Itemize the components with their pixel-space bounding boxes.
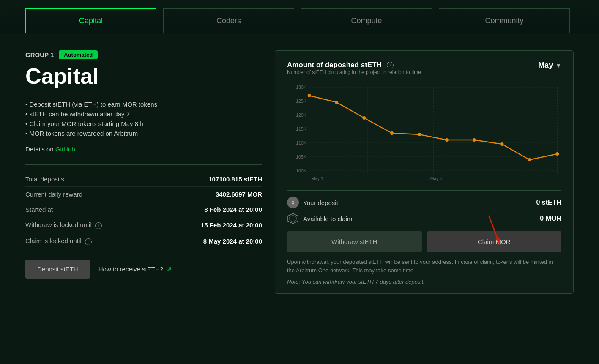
stats-divider — [25, 164, 262, 165]
chart-info-icon[interactable]: i — [387, 62, 394, 68]
bottom-actions: Deposit stETH How to receive stETH? ↗ — [25, 260, 262, 279]
group-badge-row: GROUP 1 Automated — [25, 50, 262, 59]
info-icon-withdraw[interactable]: i — [95, 222, 102, 229]
svg-text:105K: 105K — [296, 154, 306, 159]
svg-marker-34 — [494, 237, 502, 244]
svg-point-28 — [501, 142, 504, 146]
bullet-item-2: stETH can be withdrawn after day 7 — [25, 110, 262, 118]
svg-text:125K: 125K — [296, 99, 306, 104]
stat-value-1: 3402.6697 MOR — [157, 187, 262, 202]
stat-row-1: Current daily reward 3402.6697 MOR — [25, 187, 262, 202]
svg-point-30 — [556, 152, 559, 156]
chart-divider — [287, 190, 561, 191]
svg-text:130K: 130K — [296, 85, 306, 90]
chart-header: Amount of deposited stETH i Number of st… — [287, 61, 561, 81]
svg-marker-32 — [290, 215, 296, 222]
svg-point-25 — [418, 133, 421, 136]
info-icon-claim[interactable]: i — [85, 238, 92, 245]
eth-icon: ⟠ — [287, 197, 299, 208]
svg-text:110K: 110K — [296, 140, 306, 145]
tab-compute[interactable]: Compute — [301, 8, 432, 33]
external-link-icon: ↗ — [166, 265, 172, 274]
bullet-item-3: Claim your MOR tokens starting May 8th — [25, 120, 262, 127]
chart-subtitle: Number of stETH circulating in the proje… — [287, 69, 421, 75]
chart-title-section: Amount of deposited stETH i Number of st… — [287, 61, 421, 81]
stat-value-4: 8 May 2024 at 20:00 — [157, 233, 262, 249]
your-deposit-label: ⟠ Your deposit — [287, 197, 338, 208]
stat-label-0: Total deposits — [25, 172, 157, 187]
svg-point-24 — [390, 131, 394, 135]
details-prefix: Details on — [25, 145, 54, 153]
svg-point-21 — [308, 94, 311, 97]
note-text: Upon withdrawal, your deposited stETH wi… — [287, 258, 561, 274]
stat-label-3: Withdraw is locked until i — [25, 217, 157, 233]
svg-text:115K: 115K — [296, 126, 306, 131]
stat-label-4: Claim is locked until i — [25, 233, 157, 249]
stat-label-1: Current daily reward — [25, 187, 157, 202]
tab-capital[interactable]: Capital — [25, 8, 156, 33]
month-selector[interactable]: May ▼ — [538, 61, 561, 70]
your-deposit-row: ⟠ Your deposit 0 stETH — [287, 197, 561, 208]
svg-point-22 — [335, 101, 339, 104]
github-link-row: Details on GitHub — [25, 145, 262, 153]
tab-community[interactable]: Community — [439, 8, 570, 33]
how-to-receive-link[interactable]: How to receive stETH? ↗ — [98, 265, 172, 274]
chart-title-row: Amount of deposited stETH i — [287, 61, 421, 69]
svg-text:May 1: May 1 — [311, 176, 323, 181]
action-buttons: Withdraw stETH Claim MOR — [287, 231, 561, 252]
stat-value-2: 8 Feb 2024 at 20:00 — [157, 202, 262, 217]
chart-svg: 130K 125K 120K 115K 110K 105K 100K May 1… — [287, 83, 561, 184]
main-content: GROUP 1 Automated Capital Deposit stETH … — [0, 33, 599, 307]
group-label: GROUP 1 — [25, 51, 54, 58]
stats-table: Total deposits 107100.815 stETH Current … — [25, 172, 262, 249]
available-claim-label: Available to claim — [287, 213, 352, 224]
stat-row-4: Claim is locked until i 8 May 2024 at 20… — [25, 233, 262, 249]
stat-label-2: Started at — [25, 202, 157, 217]
automated-badge: Automated — [59, 50, 98, 59]
page-title: Capital — [25, 63, 262, 89]
month-label: May — [538, 61, 553, 70]
svg-point-23 — [362, 116, 366, 120]
available-claim-row: Available to claim 0 MOR — [287, 213, 561, 224]
mor-icon — [287, 213, 299, 224]
stat-value-3: 15 Feb 2024 at 20:00 — [157, 217, 262, 233]
right-panel: Amount of deposited stETH i Number of st… — [275, 50, 574, 294]
svg-point-29 — [528, 158, 531, 161]
how-to-label: How to receive stETH? — [98, 265, 163, 273]
svg-text:100K: 100K — [296, 168, 306, 173]
bullet-list: Deposit stETH (via ETH) to earn MOR toke… — [25, 101, 262, 137]
chevron-down-icon: ▼ — [555, 62, 561, 69]
svg-text:May 5: May 5 — [430, 176, 443, 181]
stat-row-2: Started at 8 Feb 2024 at 20:00 — [25, 202, 262, 217]
withdraw-steth-button[interactable]: Withdraw stETH — [287, 231, 422, 252]
svg-point-26 — [445, 138, 449, 142]
stat-row-0: Total deposits 107100.815 stETH — [25, 172, 262, 187]
chart-title: Amount of deposited stETH — [287, 61, 382, 69]
deposit-steth-button[interactable]: Deposit stETH — [25, 260, 90, 279]
svg-point-27 — [473, 138, 476, 142]
bullet-item-1: Deposit stETH (via ETH) to earn MOR toke… — [25, 101, 262, 108]
stat-row-3: Withdraw is locked until i 15 Feb 2024 a… — [25, 217, 262, 233]
bullet-item-4: MOR tokens are rewarded on Arbitrum — [25, 130, 262, 137]
available-claim-value: 0 MOR — [540, 215, 561, 222]
note-italic: Note: You can withdraw your stETH 7 days… — [287, 279, 561, 285]
left-panel: GROUP 1 Automated Capital Deposit stETH … — [25, 50, 262, 294]
svg-text:120K: 120K — [296, 112, 306, 118]
your-deposit-value: 0 stETH — [536, 199, 561, 206]
nav-tabs: Capital Coders Compute Community — [0, 0, 599, 33]
tab-coders[interactable]: Coders — [163, 8, 294, 33]
stat-value-0: 107100.815 stETH — [157, 172, 262, 187]
chart-container: 130K 125K 120K 115K 110K 105K 100K May 1… — [287, 83, 561, 184]
github-link[interactable]: GitHub — [55, 145, 75, 153]
